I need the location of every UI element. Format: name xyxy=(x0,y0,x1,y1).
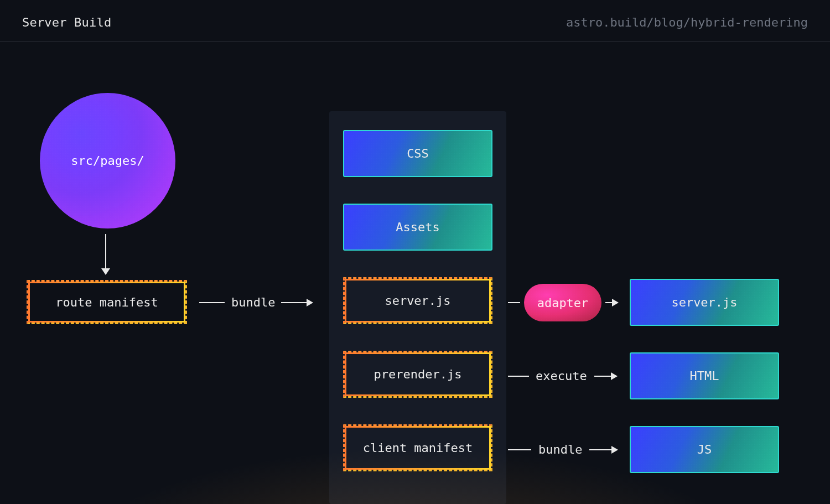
route-manifest-box: route manifest xyxy=(27,280,187,324)
server-js-box: server.js xyxy=(343,277,492,324)
adapter-label: adapter xyxy=(537,296,589,310)
route-manifest-label: route manifest xyxy=(55,295,158,309)
output-js-label: JS xyxy=(697,443,712,456)
output-server-js-box: server.js xyxy=(630,279,779,326)
arrow-right-icon xyxy=(281,302,312,303)
arrow-line-icon xyxy=(508,302,520,303)
title-text: Server Build xyxy=(22,15,111,29)
arrow-right-icon xyxy=(594,376,616,377)
header: Server Build astro.build/blog/hybrid-ren… xyxy=(0,0,830,42)
css-label: CSS xyxy=(407,147,429,160)
page-title: Server Build xyxy=(22,15,111,29)
build-output-stack: CSS Assets server.js prerender.js client… xyxy=(329,111,506,504)
client-manifest-label: client manifest xyxy=(363,441,473,455)
bundle-label-1: bundle xyxy=(231,295,275,309)
diagram-stage: src/pages/ route manifest bundle CSS Ass… xyxy=(0,42,830,502)
assets-label: Assets xyxy=(396,220,439,234)
bundle-label-2: bundle xyxy=(538,443,582,456)
arrow-down-icon xyxy=(105,234,106,272)
client-manifest-box: client manifest xyxy=(343,424,492,471)
url-text: astro.build/blog/hybrid-rendering xyxy=(566,15,808,29)
source-url: astro.build/blog/hybrid-rendering xyxy=(566,15,808,29)
output-server-js-label: server.js xyxy=(671,295,737,309)
output-js-box: JS xyxy=(630,426,779,473)
server-js-label: server.js xyxy=(385,294,450,308)
prerender-js-label: prerender.js xyxy=(374,367,462,381)
output-html-label: HTML xyxy=(690,369,719,383)
css-output-box: CSS xyxy=(343,130,492,177)
arrow-line-icon xyxy=(508,449,531,450)
assets-output-box: Assets xyxy=(343,204,492,251)
output-html-box: HTML xyxy=(630,352,779,399)
src-pages-label: src/pages/ xyxy=(71,154,144,168)
adapter-node: adapter xyxy=(524,284,601,321)
arrow-line-icon xyxy=(199,302,225,303)
src-pages-node: src/pages/ xyxy=(40,93,175,228)
arrow-right-icon xyxy=(605,302,618,303)
arrow-line-icon xyxy=(508,376,529,377)
arrow-right-icon xyxy=(589,449,617,450)
prerender-js-box: prerender.js xyxy=(343,351,492,398)
execute-label: execute xyxy=(536,369,587,383)
